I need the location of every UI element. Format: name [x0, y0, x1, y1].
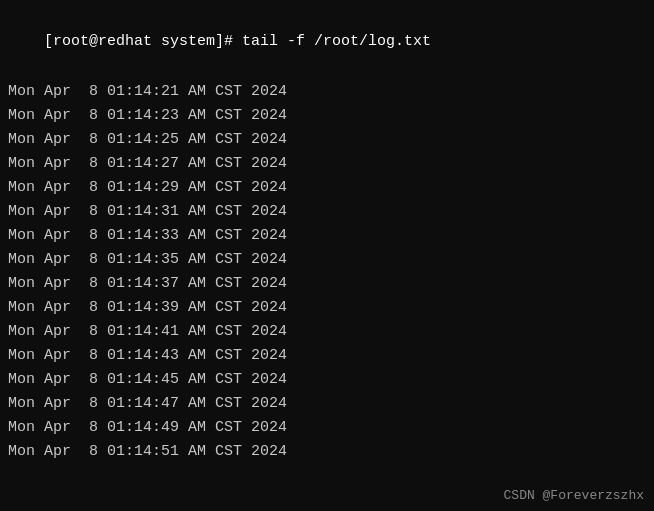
log-line: Mon Apr 8 01:14:25 AM CST 2024 [8, 128, 646, 152]
log-line: Mon Apr 8 01:14:21 AM CST 2024 [8, 80, 646, 104]
terminal-window: [root@redhat system]# tail -f /root/log.… [0, 0, 654, 511]
log-line: Mon Apr 8 01:14:35 AM CST 2024 [8, 248, 646, 272]
log-line: Mon Apr 8 01:14:37 AM CST 2024 [8, 272, 646, 296]
command-prompt: [root@redhat system]# tail -f /root/log.… [8, 6, 646, 78]
log-line: Mon Apr 8 01:14:43 AM CST 2024 [8, 344, 646, 368]
log-line: Mon Apr 8 01:14:51 AM CST 2024 [8, 440, 646, 464]
log-line: Mon Apr 8 01:14:27 AM CST 2024 [8, 152, 646, 176]
log-line: Mon Apr 8 01:14:39 AM CST 2024 [8, 296, 646, 320]
log-line: Mon Apr 8 01:14:45 AM CST 2024 [8, 368, 646, 392]
log-line: Mon Apr 8 01:14:49 AM CST 2024 [8, 416, 646, 440]
log-line: Mon Apr 8 01:14:29 AM CST 2024 [8, 176, 646, 200]
prompt-text: [root@redhat system]# tail -f /root/log.… [44, 33, 431, 50]
log-line: Mon Apr 8 01:14:31 AM CST 2024 [8, 200, 646, 224]
log-line: Mon Apr 8 01:14:41 AM CST 2024 [8, 320, 646, 344]
watermark: CSDN @Foreverzszhx [504, 488, 644, 503]
log-line: Mon Apr 8 01:14:33 AM CST 2024 [8, 224, 646, 248]
log-line: Mon Apr 8 01:14:23 AM CST 2024 [8, 104, 646, 128]
log-output: Mon Apr 8 01:14:21 AM CST 2024Mon Apr 8 … [8, 80, 646, 464]
log-line: Mon Apr 8 01:14:47 AM CST 2024 [8, 392, 646, 416]
